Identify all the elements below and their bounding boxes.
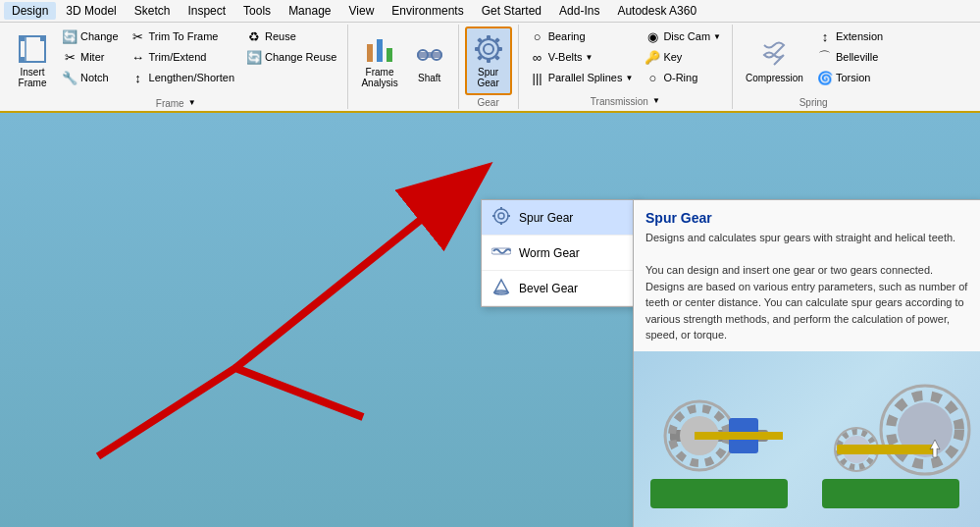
svg-point-11 bbox=[479, 39, 498, 59]
transmission-col1: ○ Bearing ∞ V-Belts ▼ ||| Parallel Splin… bbox=[525, 26, 639, 87]
svg-rect-13 bbox=[487, 35, 490, 40]
ribbon-group-spring: Compression ↕ Extension ⌒ Belleville 🌀 T… bbox=[733, 25, 894, 109]
ribbon-group-analysis: FrameAnalysis Shaft bbox=[348, 25, 458, 109]
transmission-group-bottom: Transmission ▼ bbox=[591, 94, 660, 107]
svg-rect-45 bbox=[837, 445, 935, 454]
belleville-icon: ⌒ bbox=[817, 49, 833, 65]
notch-icon: 🔧 bbox=[62, 70, 77, 85]
menu-manage[interactable]: Manage bbox=[281, 2, 338, 20]
frame-group-label: Frame bbox=[156, 96, 184, 109]
change-label: Change bbox=[80, 30, 119, 42]
svg-point-24 bbox=[498, 213, 504, 219]
menu-add-ins[interactable]: Add-Ins bbox=[551, 2, 607, 20]
disc-cam-button[interactable]: ◉ Disc Cam ▼ bbox=[640, 26, 726, 46]
change-button[interactable]: 🔄 Change bbox=[57, 26, 124, 46]
svg-rect-16 bbox=[497, 47, 502, 51]
svg-rect-37 bbox=[695, 432, 783, 440]
dropdown-bevel-gear[interactable]: Bevel Gear bbox=[482, 271, 637, 306]
belleville-button[interactable]: ⌒ Belleville bbox=[812, 47, 888, 67]
change-reuse-button[interactable]: 🔄 Change Reuse bbox=[241, 47, 341, 67]
extension-button[interactable]: ↕ Extension bbox=[812, 26, 888, 46]
trim-to-frame-button[interactable]: ✂ Trim To Frame bbox=[126, 26, 239, 46]
spur-gear-tooltip: Spur Gear Designs and calculates spur ge… bbox=[633, 199, 980, 527]
svg-rect-25 bbox=[500, 207, 502, 210]
parallel-splines-button[interactable]: ||| Parallel Splines ▼ bbox=[525, 68, 639, 87]
frame-buttons: InsertFrame 🔄 Change ✂ Miter 🔧 Notch bbox=[10, 26, 341, 95]
disc-cam-icon: ◉ bbox=[645, 28, 660, 44]
menu-get-started[interactable]: Get Started bbox=[474, 2, 549, 20]
shaft-label: Shaft bbox=[418, 73, 440, 83]
dropdown-spur-gear[interactable]: Spur Gear bbox=[482, 200, 637, 236]
trim-to-frame-label: Trim To Frame bbox=[149, 30, 219, 42]
miter-label: Miter bbox=[80, 51, 104, 63]
notch-button[interactable]: 🔧 Notch bbox=[57, 68, 124, 87]
v-belts-icon: ∞ bbox=[530, 49, 545, 65]
frame-chevron-icon: ▼ bbox=[188, 98, 196, 107]
main-canvas: Spur Gear Worm Gear Bevel Gear Spur Gear bbox=[0, 113, 980, 527]
frame-analysis-button[interactable]: FrameAnalysis bbox=[354, 26, 404, 95]
lengthen-shorten-button[interactable]: ↕ Lengthen/Shorten bbox=[126, 68, 239, 87]
key-button[interactable]: 🔑 Key bbox=[640, 47, 726, 67]
trim-extend-button[interactable]: ↔ Trim/Extend bbox=[126, 47, 239, 67]
frame-analysis-icon bbox=[364, 33, 395, 65]
torsion-icon: 🌀 bbox=[817, 70, 833, 85]
insert-frame-button[interactable]: InsertFrame bbox=[10, 26, 55, 95]
spring-buttons: Compression ↕ Extension ⌒ Belleville 🌀 T… bbox=[739, 26, 888, 95]
svg-rect-15 bbox=[475, 47, 480, 51]
disc-cam-chevron-icon: ▼ bbox=[713, 32, 721, 41]
tooltip-title: Spur Gear bbox=[634, 200, 980, 230]
bearing-icon: ○ bbox=[530, 28, 545, 44]
ribbon-group-gear: SpurGear Gear bbox=[459, 25, 519, 109]
dropdown-worm-gear[interactable]: Worm Gear bbox=[482, 236, 637, 271]
frame-col: 🔄 Change ✂ Miter 🔧 Notch bbox=[57, 26, 124, 87]
tooltip-gear-image bbox=[634, 351, 980, 528]
ribbon-group-frame: InsertFrame 🔄 Change ✂ Miter 🔧 Notch bbox=[4, 25, 348, 109]
ribbon-content: InsertFrame 🔄 Change ✂ Miter 🔧 Notch bbox=[0, 23, 980, 111]
key-icon: 🔑 bbox=[645, 49, 660, 65]
v-belts-button[interactable]: ∞ V-Belts ▼ bbox=[525, 47, 639, 67]
menu-inspect[interactable]: Inspect bbox=[180, 2, 233, 20]
menu-design[interactable]: Design bbox=[4, 2, 56, 20]
svg-rect-27 bbox=[492, 215, 495, 217]
extension-label: Extension bbox=[836, 30, 883, 42]
spring-col: ↕ Extension ⌒ Belleville 🌀 Torsion bbox=[812, 26, 888, 87]
menu-3d-model[interactable]: 3D Model bbox=[58, 2, 124, 20]
svg-rect-4 bbox=[40, 37, 44, 41]
bearing-button[interactable]: ○ Bearing bbox=[525, 26, 639, 46]
lengthen-shorten-label: Lengthen/Shorten bbox=[149, 72, 234, 83]
tooltip-description: Designs and calculates spur gears with s… bbox=[634, 230, 980, 351]
belleville-label: Belleville bbox=[836, 51, 878, 63]
gear-dropdown: Spur Gear Worm Gear Bevel Gear bbox=[481, 199, 638, 307]
torsion-button[interactable]: 🌀 Torsion bbox=[812, 68, 888, 87]
analysis-buttons: FrameAnalysis Shaft bbox=[354, 26, 451, 105]
bearing-label: Bearing bbox=[548, 30, 586, 42]
svg-rect-7 bbox=[387, 48, 392, 62]
menu-bar: Design 3D Model Sketch Inspect Tools Man… bbox=[0, 0, 980, 23]
shaft-button[interactable]: Shaft bbox=[407, 26, 452, 95]
frame-col3: ♻ Reuse 🔄 Change Reuse bbox=[241, 26, 341, 67]
dropdown-bevel-gear-label: Bevel Gear bbox=[519, 282, 578, 295]
svg-rect-38 bbox=[822, 479, 959, 508]
frame-analysis-label: FrameAnalysis bbox=[361, 67, 397, 88]
o-ring-button[interactable]: ○ O-Ring bbox=[640, 68, 726, 87]
compression-button[interactable]: Compression bbox=[739, 26, 810, 95]
key-label: Key bbox=[663, 51, 682, 63]
menu-tools[interactable]: Tools bbox=[235, 2, 279, 20]
notch-label: Notch bbox=[80, 72, 109, 83]
transmission-group-label: Transmission bbox=[591, 94, 648, 107]
menu-environments[interactable]: Environments bbox=[384, 2, 471, 20]
reuse-icon: ♻ bbox=[246, 28, 262, 44]
trim-extend-icon: ↔ bbox=[130, 49, 146, 65]
spring-group-label: Spring bbox=[799, 95, 828, 108]
menu-autodesk-a360[interactable]: Autodesk A360 bbox=[609, 2, 704, 20]
parallel-splines-icon: ||| bbox=[530, 70, 545, 85]
v-belts-chevron-icon: ▼ bbox=[586, 53, 593, 62]
menu-view[interactable]: View bbox=[341, 2, 383, 20]
menu-sketch[interactable]: Sketch bbox=[127, 2, 179, 20]
svg-rect-8 bbox=[417, 52, 442, 58]
miter-button[interactable]: ✂ Miter bbox=[57, 47, 124, 67]
gear-group-label: Gear bbox=[478, 95, 499, 108]
reuse-button[interactable]: ♻ Reuse bbox=[241, 26, 341, 46]
spur-gear-label: SpurGear bbox=[478, 67, 499, 88]
spur-gear-button[interactable]: SpurGear bbox=[465, 26, 512, 95]
